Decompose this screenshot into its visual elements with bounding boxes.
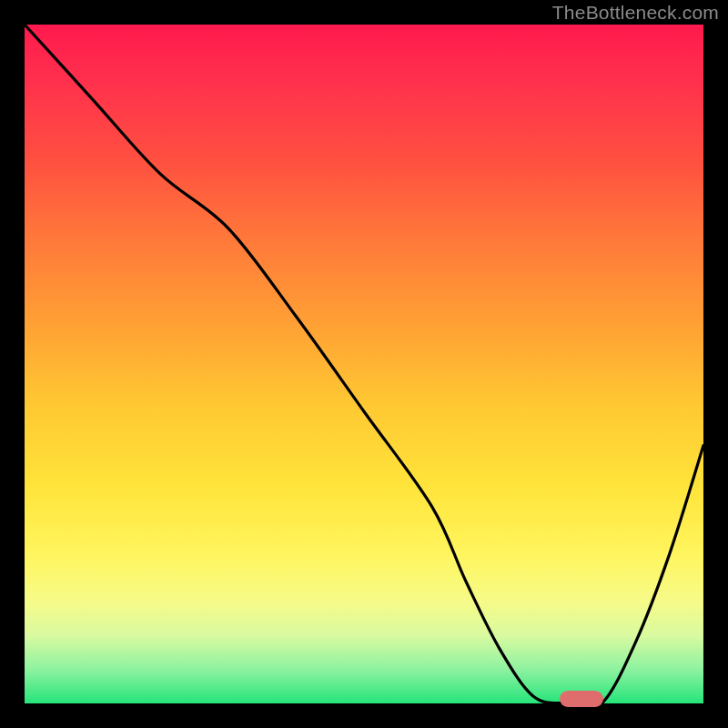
- bottleneck-curve: [25, 25, 703, 703]
- plot-area: [25, 25, 703, 703]
- watermark-text: TheBottleneck.com: [552, 2, 719, 24]
- chart-frame: TheBottleneck.com: [0, 0, 728, 728]
- optimal-marker: [560, 691, 603, 707]
